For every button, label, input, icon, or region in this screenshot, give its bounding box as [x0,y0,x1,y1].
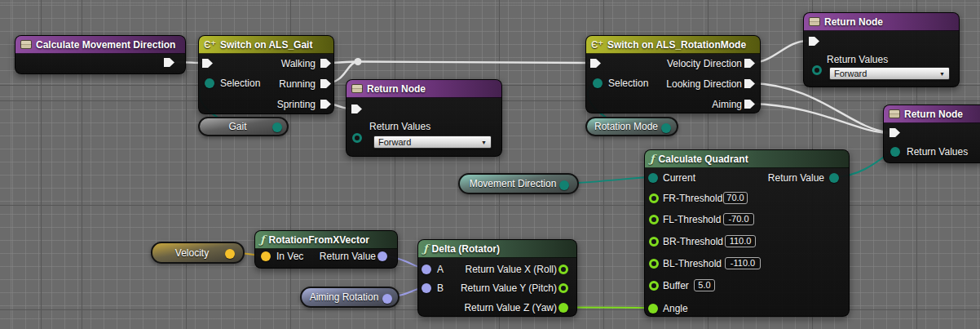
pin-label: Sprinting [277,99,316,110]
pin-label: Return Value [768,172,824,184]
return-value-output-pin[interactable] [377,251,387,261]
pitch-output-pin[interactable] [558,283,568,293]
current-input-pin[interactable] [648,173,658,183]
selection-input-pin[interactable] [593,78,603,88]
buffer-value[interactable]: 5.0 [694,279,715,291]
a-input-pin[interactable] [422,265,431,274]
pin-label: Return Value [320,251,376,262]
pin-label: In Vec [276,251,303,262]
b-input-pin[interactable] [422,283,431,293]
exec-output-pin-velocity-direction[interactable] [744,58,755,69]
return-value-output-pin[interactable] [829,173,839,183]
pin-label: Selection [220,78,260,89]
pin-label: A [437,264,444,275]
exec-output-pin-looking-direction[interactable] [744,78,755,89]
node-calculate-quadrant[interactable]: ƒ Calculate Quadrant Current Return Valu… [644,149,850,317]
wire-exec-looking-direction [751,83,889,132]
node-switch-on-als-gait[interactable]: Є⁺ Switch on ALS_Gait Selection Walking … [198,35,334,114]
node-rotationfromxvector[interactable]: ƒ RotationFromXVector In Vec Return Valu… [254,230,398,269]
dropdown-arrow-icon: ▼ [481,140,487,145]
buffer-input-pin[interactable] [649,281,659,291]
node-delta-rotator[interactable]: ƒ Delta (Rotator) A B Return Value X (Ro… [417,239,577,317]
enum-output-pin[interactable] [661,123,671,133]
reroute-node[interactable] [355,58,362,65]
node-header[interactable]: Return Node [347,80,501,98]
fr-threshold-input-pin[interactable] [649,193,659,203]
enum-output-pin[interactable] [272,122,282,132]
return-values-dropdown[interactable]: Forward ▼ [829,67,950,80]
node-header[interactable]: Є⁺ Switch on ALS_Gait [199,36,333,54]
node-title: Return Node [904,109,963,120]
variable-pill-velocity[interactable]: Velocity [151,242,245,264]
node-header[interactable]: Return Node [804,13,959,31]
br-threshold-value[interactable]: 110.0 [725,235,756,247]
variable-pill-rotation-mode[interactable]: Rotation Mode [585,117,678,136]
invec-input-pin[interactable] [261,251,271,261]
function-icon: ƒ [650,153,655,165]
pin-label: FL-Threshold [663,214,721,225]
node-header[interactable]: Calculate Movement Direction [15,36,185,54]
selection-input-pin[interactable] [205,78,214,88]
return-values-dropdown[interactable]: Forward ▼ [373,136,492,149]
fl-threshold-value[interactable]: -70.0 [723,213,754,225]
node-header[interactable]: ƒ Delta (Rotator) [418,240,576,258]
variable-pill-movement-direction[interactable]: Movement Direction [458,173,579,194]
variable-pill-aiming-rotation[interactable]: Aiming Rotation [300,287,400,308]
pill-label: Gait [228,121,246,132]
node-return-node-right[interactable]: Return Node Return Values [883,104,980,163]
pin-label: Return Value Z (Yaw) [464,302,557,313]
pin-label: Current [663,172,695,184]
macro-icon [20,40,32,49]
node-return-node-top[interactable]: Return Node Return Values Forward ▼ [803,12,960,87]
enum-input-pin[interactable] [812,65,822,75]
node-header[interactable]: ƒ RotationFromXVector [255,231,397,249]
fl-threshold-input-pin[interactable] [649,215,659,225]
exec-input-pin[interactable] [351,104,362,114]
enum-input-pin[interactable] [890,147,900,157]
pill-label: Velocity [175,247,209,259]
node-calculate-movement-direction[interactable]: Calculate Movement Direction [15,35,186,74]
exec-output-pin-running[interactable] [320,78,331,89]
pin-label: Walking [281,58,316,69]
exec-output-pin[interactable] [164,57,174,68]
dropdown-value: Forward [378,137,411,147]
roll-output-pin[interactable] [558,265,568,274]
variable-pill-gait[interactable]: Gait [198,117,289,136]
exec-input-pin[interactable] [809,36,819,47]
enum-output-pin[interactable] [559,180,569,190]
angle-input-pin[interactable] [648,304,658,313]
exec-output-pin-aiming[interactable] [744,99,755,109]
node-switch-on-als-rotationmode[interactable]: Є⁺ Switch on ALS_RotationMode Selection … [585,35,761,113]
exec-input-pin[interactable] [202,58,213,69]
fr-threshold-value[interactable]: 70.0 [723,192,748,204]
pin-label: Looking Direction [666,78,742,90]
exec-output-pin-walking[interactable] [320,58,331,69]
exec-input-pin[interactable] [890,127,900,138]
pin-label: Return Value X (Roll) [466,264,558,275]
node-header[interactable]: ƒ Calculate Quadrant [645,150,849,168]
pin-label: Velocity Direction [667,58,742,69]
bl-threshold-input-pin[interactable] [649,259,659,269]
node-title: RotationFromXVector [269,234,369,246]
switch-icon: Є⁺ [591,39,603,51]
enum-input-pin[interactable] [352,133,362,143]
pin-label: Return Values [827,54,888,65]
pin-label: Return Values [369,121,430,132]
exec-input-pin[interactable] [590,58,601,69]
function-icon: ƒ [423,242,428,255]
node-header[interactable]: Return Node [884,105,980,123]
dropdown-arrow-icon: ▼ [939,71,945,77]
rotator-output-pin[interactable] [382,294,392,304]
bl-threshold-value[interactable]: -110.0 [725,257,761,269]
blueprint-canvas[interactable]: Calculate Movement Direction Є⁺ Switch o… [0,0,980,329]
br-threshold-input-pin[interactable] [649,237,659,247]
pill-label: Aiming Rotation [310,291,379,303]
pill-label: Rotation Mode [594,121,658,132]
node-return-node-middle[interactable]: Return Node Return Values Forward ▼ [346,79,502,157]
node-title: Return Node [367,83,426,95]
yaw-output-pin[interactable] [558,303,568,313]
node-header[interactable]: Є⁺ Switch on ALS_RotationMode [586,36,760,54]
vector-output-pin[interactable] [225,249,235,259]
pin-label: Buffer [663,280,689,291]
exec-output-pin-sprinting[interactable] [320,99,331,109]
